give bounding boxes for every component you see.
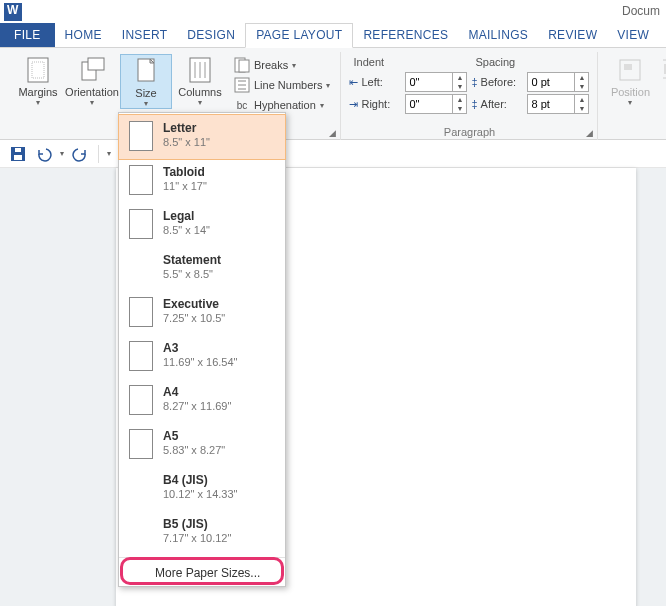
tab-view[interactable]: VIEW bbox=[607, 24, 659, 47]
dialog-launcher-icon[interactable]: ◢ bbox=[586, 128, 593, 138]
chevron-down-icon: ▾ bbox=[90, 98, 94, 107]
size-option-dimensions: 11.69" x 16.54" bbox=[163, 355, 237, 369]
chevron-down-icon: ▾ bbox=[144, 99, 148, 108]
tab-page-layout[interactable]: PAGE LAYOUT bbox=[245, 23, 353, 48]
chevron-down-icon[interactable]: ▾ bbox=[107, 149, 111, 158]
spacing-before-input[interactable]: ▲▼ bbox=[527, 72, 589, 92]
tab-references[interactable]: REFERENCES bbox=[353, 24, 458, 47]
spin-down-icon[interactable]: ▼ bbox=[453, 104, 466, 113]
tab-design[interactable]: DESIGN bbox=[177, 24, 245, 47]
dialog-launcher-icon[interactable]: ◢ bbox=[329, 128, 336, 138]
redo-button[interactable] bbox=[70, 144, 90, 164]
spin-up-icon[interactable]: ▲ bbox=[453, 73, 466, 82]
size-option-name: B4 (JIS) bbox=[163, 473, 237, 487]
size-option-name: A4 bbox=[163, 385, 231, 399]
group-paragraph: Indent ⇤Left: ▲▼ ⇥Right: ▲▼ Spacing ‡Bef… bbox=[341, 52, 598, 140]
columns-icon bbox=[184, 56, 216, 84]
svg-rect-10 bbox=[239, 60, 249, 72]
size-option-executive[interactable]: Executive7.25" x 10.5" bbox=[119, 291, 285, 335]
size-dropdown: Letter8.5" x 11"Tabloid11" x 17"Legal8.5… bbox=[118, 112, 286, 587]
size-option-statement[interactable]: Statement5.5" x 8.5" bbox=[119, 247, 285, 291]
page-thumb-icon bbox=[129, 385, 153, 415]
size-option-name: Executive bbox=[163, 297, 225, 311]
page-thumb-icon bbox=[129, 429, 153, 459]
spin-down-icon[interactable]: ▼ bbox=[453, 82, 466, 91]
indent-left-input[interactable]: ▲▼ bbox=[405, 72, 467, 92]
chevron-down-icon: ▾ bbox=[36, 98, 40, 107]
indent-right-input[interactable]: ▲▼ bbox=[405, 94, 467, 114]
spacing-heading: Spacing bbox=[471, 56, 589, 70]
line-numbers-button[interactable]: Line Numbers ▾ bbox=[230, 76, 334, 94]
document-area bbox=[0, 168, 666, 606]
chevron-down-icon[interactable]: ▾ bbox=[60, 149, 64, 158]
size-option-dimensions: 8.27" x 11.69" bbox=[163, 399, 231, 413]
size-option-dimensions: 7.25" x 10.5" bbox=[163, 311, 225, 325]
spin-down-icon[interactable]: ▼ bbox=[575, 82, 588, 91]
spacing-after-icon: ‡ bbox=[471, 98, 477, 110]
orientation-button[interactable]: Orientation ▾ bbox=[66, 54, 118, 107]
more-paper-sizes-item[interactable]: More Paper Sizes... bbox=[119, 560, 285, 586]
tab-mailings[interactable]: MAILINGS bbox=[458, 24, 538, 47]
size-option-letter[interactable]: Letter8.5" x 11" bbox=[118, 114, 286, 160]
size-option-name: Tabloid bbox=[163, 165, 207, 179]
ribbon-tabs: FILE HOME INSERT DESIGN PAGE LAYOUT REFE… bbox=[0, 24, 666, 48]
size-option-a3[interactable]: A311.69" x 16.54" bbox=[119, 335, 285, 379]
size-option-name: Statement bbox=[163, 253, 221, 267]
position-button: Position ▾ bbox=[604, 54, 656, 107]
size-option-dimensions: 5.5" x 8.5" bbox=[163, 267, 221, 281]
wrap-text-button: W T bbox=[658, 54, 666, 112]
save-button[interactable] bbox=[8, 144, 28, 164]
spacing-after-input[interactable]: ▲▼ bbox=[527, 94, 589, 114]
page-thumb-icon bbox=[129, 121, 153, 151]
page-thumb-icon bbox=[129, 517, 153, 547]
tab-home[interactable]: HOME bbox=[55, 24, 112, 47]
size-option-b5-jis-[interactable]: B5 (JIS)7.17" x 10.12" bbox=[119, 511, 285, 555]
line-numbers-icon bbox=[234, 77, 250, 93]
page-thumb-icon bbox=[129, 253, 153, 283]
word-app-icon bbox=[4, 3, 22, 21]
undo-button[interactable] bbox=[34, 144, 54, 164]
group-label: Paragraph bbox=[444, 126, 495, 138]
page-thumb-icon bbox=[129, 209, 153, 239]
margins-icon bbox=[22, 56, 54, 84]
tab-file[interactable]: FILE bbox=[0, 23, 55, 47]
size-option-legal[interactable]: Legal8.5" x 14" bbox=[119, 203, 285, 247]
wrap-text-icon bbox=[657, 56, 666, 84]
size-option-dimensions: 8.5" x 11" bbox=[163, 135, 210, 149]
tab-insert[interactable]: INSERT bbox=[112, 24, 178, 47]
indent-left-icon: ⇤ bbox=[349, 76, 358, 89]
position-icon bbox=[614, 56, 646, 84]
size-option-a5[interactable]: A55.83" x 8.27" bbox=[119, 423, 285, 467]
spin-up-icon[interactable]: ▲ bbox=[575, 95, 588, 104]
ribbon: Margins ▾ Orientation ▾ Size ▾ bbox=[0, 48, 666, 140]
orientation-icon bbox=[76, 56, 108, 84]
size-option-a4[interactable]: A48.27" x 11.69" bbox=[119, 379, 285, 423]
size-button[interactable]: Size ▾ bbox=[120, 54, 172, 109]
group-arrange: Position ▾ W T bbox=[598, 52, 666, 140]
spin-up-icon[interactable]: ▲ bbox=[575, 73, 588, 82]
page-thumb-icon bbox=[129, 341, 153, 371]
tab-review[interactable]: REVIEW bbox=[538, 24, 607, 47]
chevron-down-icon: ▾ bbox=[320, 101, 324, 110]
quick-access-toolbar: ▾ ▾ bbox=[0, 140, 666, 168]
size-option-dimensions: 7.17" x 10.12" bbox=[163, 531, 231, 545]
size-option-b4-jis-[interactable]: B4 (JIS)10.12" x 14.33" bbox=[119, 467, 285, 511]
hyphenation-icon: bc bbox=[234, 97, 250, 113]
size-option-dimensions: 8.5" x 14" bbox=[163, 223, 210, 237]
svg-rect-16 bbox=[624, 64, 632, 70]
breaks-button[interactable]: Breaks ▾ bbox=[230, 56, 334, 74]
size-option-tabloid[interactable]: Tabloid11" x 17" bbox=[119, 159, 285, 203]
size-option-name: B5 (JIS) bbox=[163, 517, 231, 531]
chevron-down-icon: ▾ bbox=[292, 61, 296, 70]
page-thumb-icon bbox=[129, 165, 153, 195]
size-option-dimensions: 5.83" x 8.27" bbox=[163, 443, 225, 457]
columns-button[interactable]: Columns ▾ bbox=[174, 54, 226, 107]
chevron-down-icon: ▾ bbox=[628, 98, 632, 107]
svg-rect-23 bbox=[14, 155, 22, 160]
breaks-icon bbox=[234, 57, 250, 73]
spin-up-icon[interactable]: ▲ bbox=[453, 95, 466, 104]
indent-heading: Indent bbox=[349, 56, 467, 70]
size-option-name: Legal bbox=[163, 209, 210, 223]
spin-down-icon[interactable]: ▼ bbox=[575, 104, 588, 113]
margins-button[interactable]: Margins ▾ bbox=[12, 54, 64, 107]
